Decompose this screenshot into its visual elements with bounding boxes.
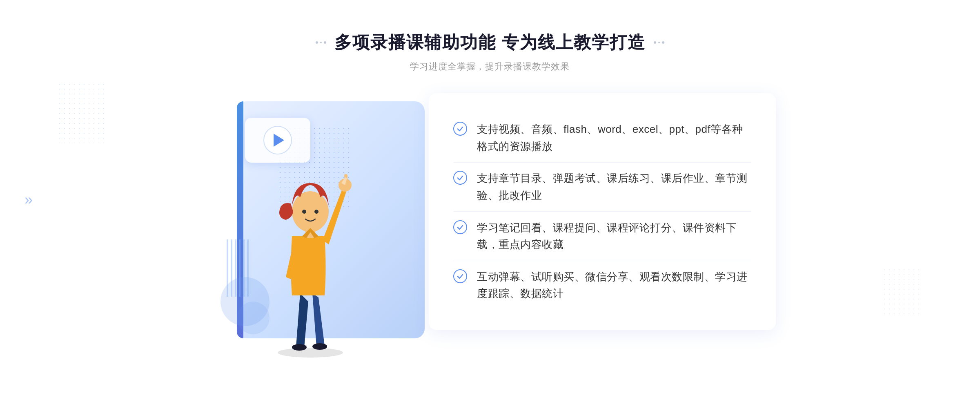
dots-decoration-right — [882, 267, 923, 316]
svg-point-1 — [292, 344, 307, 351]
stripes-inner — [227, 239, 251, 297]
check-circle-2 — [453, 171, 467, 185]
main-title: 多项录播课辅助功能 专为线上教学打造 — [334, 31, 646, 54]
svg-point-2 — [312, 343, 327, 350]
features-panel: 支持视频、音频、flash、word、excel、ppt、pdf等各种格式的资源… — [429, 93, 776, 330]
title-dots-left — [316, 41, 326, 44]
feature-item-3: 学习笔记回看、课程提问、课程评论打分、课件资料下载，重点内容收藏 — [453, 212, 751, 261]
check-icon-3 — [453, 220, 467, 234]
feature-text-3: 学习笔记回看、课程提问、课程评论打分、课件资料下载，重点内容收藏 — [477, 219, 751, 253]
feature-item-2: 支持章节目录、弹题考试、课后练习、课后作业、章节测验、批改作业 — [453, 163, 751, 212]
feature-item-1: 支持视频、音频、flash、word、excel、ppt、pdf等各种格式的资源… — [453, 114, 751, 163]
title-row: 多项录播课辅助功能 专为线上教学打造 — [316, 31, 664, 54]
feature-text-1: 支持视频、音频、flash、word、excel、ppt、pdf等各种格式的资源… — [477, 121, 751, 155]
check-icon-4 — [453, 269, 467, 283]
person-illustration — [257, 146, 363, 359]
subtitle: 学习进度全掌握，提升录播课教学效果 — [410, 60, 570, 73]
illustration-wrapper — [204, 93, 441, 359]
header-section: 多项录播课辅助功能 专为线上教学打造 学习进度全掌握，提升录播课教学效果 — [316, 31, 664, 73]
check-circle-3 — [453, 220, 467, 234]
svg-point-8 — [314, 210, 318, 214]
play-triangle-icon — [274, 134, 284, 147]
check-circle-1 — [453, 122, 467, 136]
feature-text-4: 互动弹幕、试听购买、微信分享、观看次数限制、学习进度跟踪、数据统计 — [477, 268, 751, 302]
title-dots-right — [654, 41, 664, 44]
check-icon-1 — [453, 122, 467, 136]
chevrons-decoration: » — [24, 191, 29, 208]
page-wrapper: » 多项录播课辅助功能 专为线上教学打造 学习进度全掌握，提升录播课教学效果 — [0, 15, 980, 383]
stripes-decoration — [227, 239, 251, 297]
check-icon-2 — [453, 171, 467, 185]
svg-point-6 — [292, 191, 329, 232]
content-section: 支持视频、音频、flash、word、excel、ppt、pdf等各种格式的资源… — [204, 93, 776, 359]
feature-text-2: 支持章节目录、弹题考试、课后练习、课后作业、章节测验、批改作业 — [477, 170, 751, 204]
dots-decoration-left — [57, 82, 106, 143]
check-circle-4 — [453, 269, 467, 283]
svg-point-0 — [278, 348, 343, 358]
svg-point-7 — [302, 210, 306, 214]
person-svg — [257, 146, 363, 359]
feature-item-4: 互动弹幕、试听购买、微信分享、观看次数限制、学习进度跟踪、数据统计 — [453, 261, 751, 310]
